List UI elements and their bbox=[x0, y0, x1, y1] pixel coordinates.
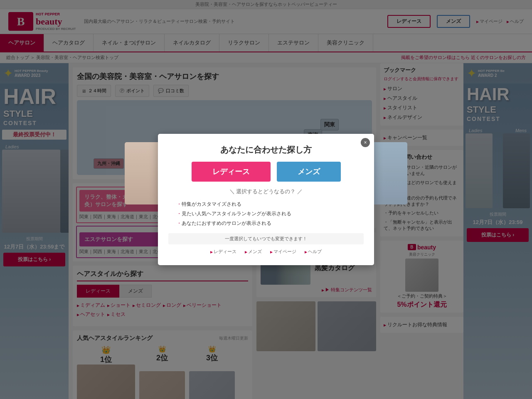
modal-title: あなたに合わせた探し方 bbox=[168, 144, 364, 155]
modal-link-mypage[interactable]: ▶マイページ bbox=[270, 249, 296, 255]
modal: × あなたに合わせた探し方 レディース メンズ ＼ 選択するとどうなるの？ ／ … bbox=[158, 134, 374, 265]
modal-overlay[interactable]: × あなたに合わせた探し方 レディース メンズ ＼ 選択するとどうなるの？ ／ … bbox=[0, 0, 532, 399]
close-icon: × bbox=[364, 140, 367, 145]
modal-photo-left bbox=[125, 142, 162, 204]
modal-close-button[interactable]: × bbox=[361, 138, 370, 147]
modal-link-ladies[interactable]: ▶レディース bbox=[210, 249, 236, 255]
modal-bullet-2: 見たい人気ヘアスタイルランキングが表示される bbox=[177, 209, 355, 219]
modal-note: 一度選択してもいつでも変更できます！ bbox=[168, 233, 364, 244]
modal-link-help[interactable]: ▶ヘルプ bbox=[305, 249, 322, 255]
modal-question: ＼ 選択するとどうなるの？ ／ bbox=[168, 188, 364, 195]
modal-container: × あなたに合わせた探し方 レディース メンズ ＼ 選択するとどうなるの？ ／ … bbox=[158, 134, 374, 265]
modal-link-mens[interactable]: ▶メンズ bbox=[245, 249, 262, 255]
modal-bullet-3: あなたにおすすめのサロンが表示される bbox=[177, 219, 355, 228]
modal-mens-button[interactable]: メンズ bbox=[277, 162, 341, 182]
modal-bullets: 特集がカスタマイズされる 見たい人気ヘアスタイルランキングが表示される あなたに… bbox=[168, 200, 364, 228]
modal-bullet-1: 特集がカスタマイズされる bbox=[177, 200, 355, 209]
modal-ladies-button[interactable]: レディース bbox=[192, 162, 271, 182]
modal-bottom-links: ▶レディース ▶メンズ ▶マイページ ▶ヘルプ bbox=[168, 249, 364, 255]
modal-gender-row: レディース メンズ bbox=[168, 162, 364, 182]
modal-photo-right bbox=[370, 142, 407, 204]
